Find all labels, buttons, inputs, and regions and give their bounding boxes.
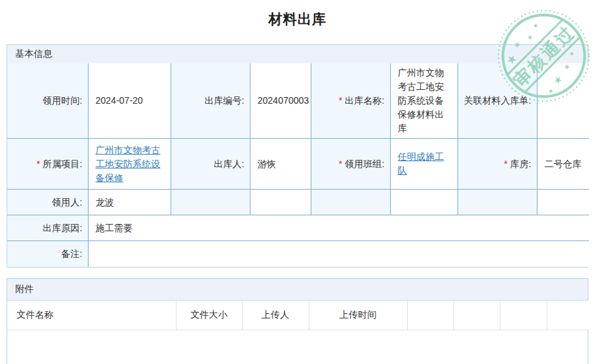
- attachments-header-row: 文件名称 文件大小 上传人 上传时间: [7, 301, 589, 330]
- field-label: 出库原因:: [43, 223, 83, 233]
- empty-value-cell: [537, 190, 589, 215]
- outbound-name-label: *出库名称:: [311, 63, 390, 139]
- table-row: 备注:: [7, 241, 589, 267]
- field-label: 出库编号:: [205, 95, 245, 106]
- required-mark: *: [504, 159, 507, 169]
- outbound-person-label: 出库人:: [171, 139, 250, 190]
- project-value: 广州市文物考古工地安防系统设备保修: [88, 139, 171, 190]
- related-inbound-value: [537, 63, 589, 139]
- outbound-no-label: 出库编号:: [171, 63, 250, 139]
- receive-team-link[interactable]: 任明成施工队: [398, 151, 444, 176]
- empty-label-cell: [457, 190, 537, 215]
- column-header-empty: [500, 301, 547, 330]
- field-label: 关联材料入库单:: [464, 95, 532, 106]
- empty-label-cell: [171, 190, 250, 215]
- reason-value: 施工需要: [88, 215, 589, 241]
- column-header-uploader: 上传人: [242, 301, 309, 330]
- receiver-label: 领用人:: [7, 190, 88, 215]
- required-mark: *: [338, 159, 342, 169]
- attachments-section-header: 附件: [7, 279, 588, 301]
- basic-info-section: 基本信息 领用时间: 2024-07-20 出库编号: 2024070003 *…: [7, 44, 588, 268]
- reason-label: 出库原因:: [7, 215, 88, 241]
- basic-info-section-header: 基本信息: [7, 45, 588, 63]
- column-header-empty: [407, 301, 454, 330]
- warehouse-value: 二号仓库: [537, 139, 589, 190]
- attachments-empty-row: [7, 330, 589, 364]
- column-header-file-size: 文件大小: [176, 301, 242, 330]
- table-row: 出库原因: 施工需要: [7, 215, 589, 241]
- field-label: 备注:: [61, 248, 83, 259]
- column-header-upload-time: 上传时间: [309, 301, 407, 330]
- field-label: 领用人:: [52, 197, 83, 207]
- field-label: 出库名称:: [345, 95, 385, 106]
- project-link[interactable]: 广州市文物考古工地安防系统设备保修: [96, 145, 161, 183]
- outbound-no-value: 2024070003: [250, 63, 311, 139]
- required-mark: *: [36, 159, 40, 169]
- empty-value-cell: [390, 190, 457, 215]
- receive-time-value: 2024-07-20: [88, 63, 171, 139]
- column-header-empty: [547, 301, 589, 330]
- basic-info-table: 领用时间: 2024-07-20 出库编号: 2024070003 *出库名称:…: [7, 63, 589, 267]
- project-label: *所属项目:: [7, 139, 88, 190]
- table-row: 领用时间: 2024-07-20 出库编号: 2024070003 *出库名称:…: [7, 63, 589, 139]
- field-label: 领用班组:: [345, 159, 385, 169]
- field-label: 库房:: [510, 159, 532, 169]
- related-inbound-label: 关联材料入库单:: [457, 63, 537, 139]
- remark-label: 备注:: [7, 241, 88, 267]
- required-mark: *: [338, 95, 342, 106]
- attachments-empty-area: [7, 330, 589, 364]
- warehouse-label: *库房:: [457, 139, 537, 190]
- receive-team-label: *领用班组:: [311, 139, 390, 190]
- column-header-empty: [454, 301, 500, 330]
- attachments-table: 文件名称 文件大小 上传人 上传时间: [7, 301, 589, 364]
- attachments-section: 附件 文件名称 文件大小 上传人 上传时间: [7, 278, 588, 364]
- field-label: 领用时间:: [43, 95, 83, 106]
- table-row: 领用人: 龙波: [7, 190, 589, 215]
- field-label: 所属项目:: [43, 159, 83, 169]
- remark-value: [88, 241, 589, 267]
- table-row: *所属项目: 广州市文物考古工地安防系统设备保修 出库人: 游恢 *领用班组: …: [7, 139, 589, 190]
- page-title: 材料出库: [0, 0, 595, 44]
- receiver-value: 龙波: [88, 190, 171, 215]
- field-label: 出库人:: [214, 159, 245, 169]
- receive-time-label: 领用时间:: [7, 63, 88, 139]
- outbound-person-value: 游恢: [250, 139, 311, 190]
- empty-label-cell: [311, 190, 390, 215]
- outbound-name-value: 广州市文物考古工地安防系统设备保修材料出库: [390, 63, 457, 139]
- column-header-file-name: 文件名称: [7, 301, 176, 330]
- empty-value-cell: [250, 190, 311, 215]
- receive-team-value: 任明成施工队: [390, 139, 457, 190]
